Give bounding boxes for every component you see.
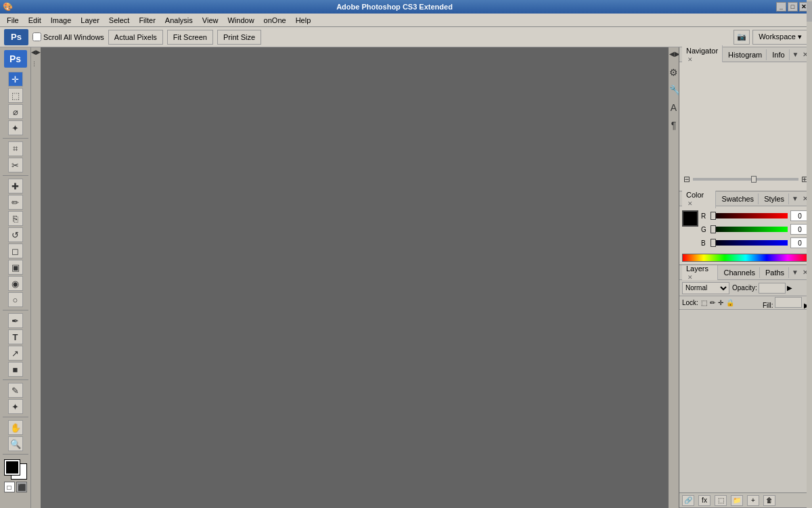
new-group-button[interactable]: 📁 bbox=[731, 495, 743, 506]
color-r-row: R 0 bbox=[701, 210, 809, 221]
menu-window[interactable]: Window bbox=[223, 15, 258, 26]
document-canvas bbox=[41, 47, 668, 508]
crop-tool[interactable]: ⌗ bbox=[8, 141, 23, 156]
menu-image[interactable]: Image bbox=[47, 15, 76, 26]
scroll-all-windows-checkbox[interactable] bbox=[32, 32, 41, 41]
layer-effects-button[interactable]: fx bbox=[698, 495, 710, 506]
marquee-tool[interactable]: ⬚ bbox=[8, 88, 23, 103]
tab-histogram[interactable]: Histogram bbox=[724, 49, 767, 60]
color-tab-close[interactable]: ✕ bbox=[687, 200, 693, 207]
layers-bottom-bar: 🔗 fx ⬚ 📁 + 🗑 bbox=[679, 492, 812, 507]
panel-strip-btn-3[interactable]: A bbox=[669, 102, 679, 113]
notes-tool[interactable]: ✎ bbox=[8, 383, 23, 398]
add-mask-button[interactable]: ⬚ bbox=[715, 495, 727, 506]
lasso-tool[interactable]: ⌀ bbox=[8, 104, 23, 119]
eyedropper-tool[interactable]: ✦ bbox=[8, 399, 23, 414]
menu-analysis[interactable]: Analysis bbox=[161, 15, 197, 26]
color-spectrum[interactable] bbox=[682, 254, 809, 262]
panel-strip-btn-1[interactable]: ⚙ bbox=[669, 67, 679, 78]
menu-help[interactable]: Help bbox=[292, 15, 315, 26]
new-layer-button[interactable]: + bbox=[747, 495, 759, 506]
path-select-tool[interactable]: ↗ bbox=[8, 346, 23, 361]
workspace-button[interactable]: Workspace ▾ bbox=[752, 30, 808, 45]
tab-swatches[interactable]: Swatches bbox=[717, 193, 759, 204]
scroll-all-windows-label[interactable]: Scroll All Windows bbox=[32, 32, 104, 41]
hand-tool[interactable]: ✋ bbox=[8, 420, 23, 435]
link-layers-button[interactable]: 🔗 bbox=[682, 495, 694, 506]
fill-tool[interactable]: ▣ bbox=[8, 260, 23, 275]
left-strip-arrows[interactable]: ◀▶ bbox=[31, 49, 41, 55]
tab-navigator[interactable]: Navigator ✕ bbox=[682, 45, 723, 64]
layers-mode-select[interactable]: Normal Multiply Screen bbox=[682, 282, 729, 294]
quick-mask-button[interactable]: ⬛ bbox=[16, 482, 27, 492]
lock-image-icon[interactable]: ✏ bbox=[710, 299, 715, 306]
print-size-button[interactable]: Print Size bbox=[217, 30, 261, 45]
color-fg-swatch[interactable] bbox=[682, 210, 698, 227]
move-tool[interactable]: ✛ bbox=[8, 72, 23, 87]
layers-scrollbar[interactable] bbox=[807, 310, 812, 492]
tab-styles[interactable]: Styles bbox=[760, 193, 789, 204]
blur-tool[interactable]: ◉ bbox=[8, 276, 23, 291]
standard-mode-button[interactable]: □ bbox=[4, 482, 15, 492]
nav-zoom-out-icon[interactable]: ⊟ bbox=[683, 175, 690, 184]
eraser-tool[interactable]: ◻ bbox=[8, 244, 23, 258]
shape-tool[interactable]: ■ bbox=[8, 362, 23, 377]
color-g-slider[interactable] bbox=[710, 227, 788, 232]
zoom-tool[interactable]: 🔍 bbox=[8, 436, 23, 451]
slice-tool[interactable]: ✂ bbox=[8, 158, 23, 172]
text-tool[interactable]: T bbox=[8, 329, 23, 344]
pen-tool[interactable]: ✒ bbox=[8, 313, 23, 328]
color-panel-content: R 0 G bbox=[679, 206, 812, 264]
delete-layer-button[interactable]: 🗑 bbox=[763, 495, 775, 506]
left-strip-icons[interactable]: … bbox=[32, 61, 39, 67]
fit-screen-button[interactable]: Fit Screen bbox=[167, 30, 213, 45]
layers-opacity-value[interactable] bbox=[759, 283, 786, 294]
color-panel-options[interactable]: ▼ bbox=[790, 194, 800, 203]
color-b-slider[interactable] bbox=[710, 240, 788, 246]
navigator-zoom-controls: ⊟ ⊞ bbox=[683, 175, 808, 184]
tab-color[interactable]: Color ✕ bbox=[682, 189, 716, 208]
brush-tool[interactable]: ✏ bbox=[8, 195, 23, 210]
maximize-button[interactable]: □ bbox=[788, 2, 798, 11]
color-r-slider[interactable] bbox=[710, 213, 788, 218]
navigator-panel-group: Navigator ✕ Histogram Info ▼ ✕ ⊟ bbox=[679, 47, 812, 191]
navigator-panel-options[interactable]: ▼ bbox=[791, 50, 800, 59]
panel-strip-btn-2[interactable]: 🔧 bbox=[669, 85, 679, 95]
menu-select[interactable]: Select bbox=[105, 15, 134, 26]
toolbox: Ps ✛ ⬚ ⌀ ✦ ⌗ ✂ ✚ ✏ ⎘ ↺ bbox=[0, 47, 31, 508]
lock-all-icon[interactable]: 🔒 bbox=[726, 299, 734, 306]
menu-onone[interactable]: onOne bbox=[260, 15, 290, 26]
lock-position-icon[interactable]: ✛ bbox=[718, 299, 723, 306]
layers-tab-close[interactable]: ✕ bbox=[687, 274, 693, 281]
menu-edit[interactable]: Edit bbox=[24, 15, 45, 26]
tool-group-shape: ■ bbox=[8, 362, 23, 377]
layers-panel-options[interactable]: ▼ bbox=[790, 268, 800, 277]
menu-view[interactable]: View bbox=[198, 15, 223, 26]
menu-layer[interactable]: Layer bbox=[76, 15, 104, 26]
tool-group-zoom: 🔍 bbox=[8, 436, 23, 451]
panel-strip-collapse[interactable]: ◀▶ bbox=[669, 50, 679, 57]
heal-tool[interactable]: ✚ bbox=[8, 179, 23, 193]
dodge-tool[interactable]: ○ bbox=[8, 292, 23, 307]
navigator-tab-close[interactable]: ✕ bbox=[687, 56, 693, 63]
nav-zoom-slider[interactable] bbox=[693, 178, 798, 181]
tab-info[interactable]: Info bbox=[768, 49, 789, 60]
history-brush-tool[interactable]: ↺ bbox=[8, 227, 23, 242]
menu-file[interactable]: File bbox=[3, 15, 23, 26]
layers-opacity-arrow[interactable]: ▶ bbox=[787, 284, 792, 292]
toolbox-divider-2 bbox=[3, 175, 28, 176]
lock-transparent-icon[interactable]: ⬚ bbox=[701, 299, 707, 306]
camera-icon[interactable]: 📷 bbox=[734, 30, 750, 45]
clone-tool[interactable]: ⎘ bbox=[8, 211, 23, 226]
minimize-button[interactable]: _ bbox=[776, 2, 786, 11]
layers-fill-value[interactable] bbox=[775, 297, 802, 308]
tab-paths[interactable]: Paths bbox=[761, 267, 789, 278]
tab-layers[interactable]: Layers ✕ bbox=[682, 265, 718, 282]
menu-filter[interactable]: Filter bbox=[135, 15, 159, 26]
foreground-color-swatch[interactable] bbox=[5, 460, 20, 475]
actual-pixels-button[interactable]: Actual Pixels bbox=[108, 30, 163, 45]
panel-strip-btn-4[interactable]: ¶ bbox=[669, 120, 679, 131]
tab-channels[interactable]: Channels bbox=[719, 267, 759, 278]
quick-select-tool[interactable]: ✦ bbox=[8, 120, 23, 135]
color-b-row: B 0 bbox=[701, 237, 809, 248]
